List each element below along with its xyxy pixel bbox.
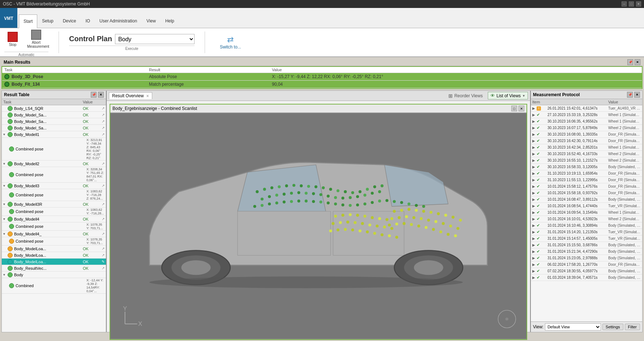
tab-setup[interactable]: Setup — [37, 14, 58, 28]
result-table-pin[interactable]: 📌 — [91, 92, 97, 98]
close-panel-button[interactable]: ✕ — [635, 59, 640, 65]
result-overview-tab[interactable]: Result Overview ✕ — [109, 92, 152, 99]
tree-row-ls4[interactable]: Body_LS4_SQR OK ↗ — [2, 105, 106, 112]
scanlist-controls[interactable]: □ ✕ — [511, 106, 524, 111]
proto-row-17[interactable]: ▶ ✔ 10.01.2024 16:10:01, 4,53923s Wheel … — [531, 216, 642, 222]
tree-row-model-sa1[interactable]: Body_Model_Sa... OK ↗ — [2, 112, 106, 118]
expand-modell4[interactable]: ▾ — [3, 217, 8, 221]
expand-modell1[interactable]: ▾ — [3, 132, 8, 136]
tree-row-body-child[interactable]: Combined X: -12,44 Y: -9,39 Z: 14,54RY: … — [2, 278, 106, 294]
tree-row-modelloa2[interactable]: Body_ModelLoa... OK ↗ — [2, 252, 106, 259]
proto-row-10[interactable]: ▶ ✔ 31.10.2023 10:19:13, 1,65954s Door_F… — [531, 170, 642, 177]
close-button[interactable]: ✕ — [636, 1, 641, 7]
tab-view[interactable]: View — [142, 14, 161, 28]
tree-row-modelloa3[interactable]: Body_ModelLoa... OK ✎ — [2, 259, 106, 265]
restore-button[interactable]: □ — [629, 1, 634, 7]
proto-row-13[interactable]: ▶ ✔ 10.01.2024 15:58:18, 0,93792s Door_F… — [531, 190, 642, 196]
protocol-content[interactable]: ▶ ! 26.01.2021 15:42:01, 4,61347s Tuer_A… — [531, 105, 642, 321]
proto-row-26[interactable]: ▶ ✔ 01.03.2024 18:39:04, 7,40571s Body {… — [531, 274, 642, 281]
tab-user-admin[interactable]: User Administration — [95, 14, 142, 28]
proto-icons-16: ✔ — [537, 210, 547, 215]
tree-row-modell2[interactable]: ▾ Body_Modell2 OK ↗ — [2, 161, 106, 167]
tree-row-modell4-child[interactable]: Combined pose X: 1078,35 Y: 703,71... — [2, 222, 106, 231]
tree-row-body[interactable]: ▾ Body — [2, 272, 106, 278]
result-overview-tab-close[interactable]: ✕ — [146, 94, 149, 98]
abort-button[interactable]: Abort Measurement — [24, 28, 48, 50]
proto-value-9: Body {Simulated, Man... — [608, 165, 641, 169]
scanlist-restore-button[interactable]: □ — [511, 106, 517, 111]
tab-io[interactable]: IO — [81, 14, 95, 28]
stop-button[interactable]: Stop — [4, 30, 21, 48]
tab-start[interactable]: Start — [19, 14, 37, 28]
tree-row-resultvec[interactable]: Body_ResultVec... OK ↗ — [2, 265, 106, 272]
proto-row-7[interactable]: ▶ ✔ 30.10.2023 16:52:40, 4,16733s Wheel … — [531, 151, 642, 157]
proto-row-2[interactable]: ▶ ✔ 30.10.2023 16:06:35, 4,95562s Wheel … — [531, 118, 642, 125]
list-of-views-button[interactable]: 👁 List of Views ▼ — [488, 92, 528, 99]
proto-row-0[interactable]: ▶ ! 26.01.2021 15:42:01, 4,61347s Tuer_A… — [531, 105, 642, 112]
expand-modell3r[interactable]: ▾ — [3, 202, 8, 206]
expand-modell3[interactable]: ▾ — [3, 184, 8, 188]
tree-row-modelloa1[interactable]: Body_ModelLoa... OK ↗ — [2, 246, 106, 252]
settings-button[interactable]: Settings — [602, 324, 623, 330]
proto-row-12[interactable]: ▶ ✔ 10.01.2024 15:58:12, 1,47576s Door_F… — [531, 183, 642, 190]
proto-row-3[interactable]: ▶ ✔ 30.10.2023 16:07:17, 5,87849s Wheel … — [531, 125, 642, 131]
switch-button[interactable]: ⇄ Switch to... — [215, 33, 246, 51]
tree-row-modell1[interactable]: ▾ Body_Modell1 OK ↗ — [2, 131, 106, 138]
expand-modell2[interactable]: ▾ — [3, 162, 8, 166]
result-table-content[interactable]: Body_LS4_SQR OK ↗ Body_Model_Sa... OK ↗ … — [2, 105, 106, 332]
proto-row-21[interactable]: ▶ ✔ 31.01.2024 15:15:50, 3,68786s Body {… — [531, 242, 642, 248]
tree-row-modell1-child[interactable]: Combined pose X: 3213,91 Y: -748,34 Z: 8… — [2, 138, 106, 161]
tab-help[interactable]: Help — [161, 14, 179, 28]
tree-row-modell3-child[interactable]: Combined pose X: 1083,62 Y: -716,28 Z: 8… — [2, 189, 106, 201]
proto-row-22[interactable]: ▶ ✔ 31.01.2024 15:21:34, 4,47290s Body {… — [531, 248, 642, 255]
tree-row-model-sa3[interactable]: Body_Model_Sa... OK ↗ — [2, 125, 106, 131]
value-col-header-right: Value — [608, 100, 641, 104]
tab-device[interactable]: Device — [58, 14, 81, 28]
tree-row-modell4u[interactable]: ▾ Body_Modell4_ OK ↗ — [2, 231, 106, 237]
ribbon: Stop Abort Measurement Automatic Control… — [0, 28, 644, 57]
results-value-1: 90,04 — [272, 82, 640, 87]
tree-row-modell2-child[interactable]: Combined pose X: 3208,34 Y: 751,65 Z: 84… — [2, 167, 106, 183]
proto-row-8[interactable]: ▶ ✔ 30.10.2023 16:55:10, 1,21527s Wheel … — [531, 157, 642, 164]
reorder-views-button[interactable]: ⊞ Reorder Views — [446, 92, 485, 99]
proto-row-23[interactable]: ▶ ✔ 31.01.2024 15:23:05, 2,97888s Body {… — [531, 255, 642, 261]
filter-button[interactable]: Filter — [625, 324, 640, 330]
proto-row-5[interactable]: ▶ ✔ 30.10.2023 16:42:30, 0,79114s Door_F… — [531, 138, 642, 144]
proto-row-9[interactable]: ▶ ✔ 30.10.2023 16:58:33, 3,12005s Body {… — [531, 164, 642, 170]
tree-row-modell4[interactable]: ▾ Body_Modell4 OK ↗ — [2, 216, 106, 222]
tree-row-modell3[interactable]: ▾ Body_Modell3 OK ↗ — [2, 183, 106, 189]
main-results-controls[interactable]: 📌 ✕ — [627, 59, 640, 65]
proto-row-15[interactable]: ▶ ✔ 10.01.2024 16:08:54, 1,47440s Tuer_V… — [531, 203, 642, 209]
proto-row-16[interactable]: ▶ ✔ 10.01.2024 16:09:54, 3,15494s Wheel … — [531, 209, 642, 216]
proto-row-4[interactable]: ▶ ✔ 30.10.2023 16:08:00, 1,39335s Door_F… — [531, 131, 642, 138]
view-select[interactable]: Default View — [545, 323, 601, 331]
measurement-protocol-close[interactable]: ✕ — [634, 92, 640, 98]
result-table-controls[interactable]: 📌 ✕ — [91, 92, 104, 98]
scanlist-close-button[interactable]: ✕ — [519, 106, 524, 111]
proto-row-11[interactable]: ▶ ✔ 31.10.2023 11:55:13, 1,22995s Door_F… — [531, 177, 642, 183]
proto-row-18[interactable]: ▶ ✔ 10.01.2024 16:10:46, 3,30894s Body {… — [531, 222, 642, 229]
proto-row-25[interactable]: ▶ ✔ 07.02.2024 18:30:55, 4,05977s Body {… — [531, 268, 642, 274]
pin-button[interactable]: 📌 — [627, 59, 633, 65]
measurement-protocol-pin[interactable]: 📌 — [627, 92, 633, 98]
tree-row-modell4u-child[interactable]: Combined pose X: 1078,35 Y: 703,71... — [2, 237, 106, 246]
result-table-close[interactable]: ✕ — [98, 92, 104, 98]
control-plan-dropdown[interactable]: Body — [115, 34, 195, 44]
tree-row-model-sa2[interactable]: Body_Model_Sa... OK ↗ — [2, 118, 106, 125]
proto-row-1[interactable]: ▶ ✔ 27.10.2023 15:33:19, 3,25328s Wheel … — [531, 112, 642, 118]
proto-row-6[interactable]: ▶ ✔ 30.10.2023 16:42:34, 2,85201s Wheel … — [531, 144, 642, 151]
results-row-0[interactable]: Body_3D_Pose Absolute Pose X: -15,27 Y: … — [2, 73, 642, 81]
expand-modell4u[interactable]: ▾ — [3, 232, 8, 236]
right-panel: Measurement Protocol 📌 ✕ Item Value ▶ ! … — [530, 91, 642, 332]
measurement-protocol-controls[interactable]: 📌 ✕ — [627, 92, 640, 98]
results-row-1[interactable]: Body_Fit_134 Match percentage 90,04 — [2, 81, 642, 88]
tree-row-modell3r[interactable]: ▾ Body_Modell3R OK ↗ — [2, 201, 106, 208]
proto-row-20[interactable]: ▶ ✔ 31.01.2024 15:14:57, 1,45005s Tuer_V… — [531, 235, 642, 242]
proto-row-24[interactable]: ▶ ✔ 06.02.2024 17:58:20, 1,26770s Door_F… — [531, 261, 642, 268]
proto-row-19[interactable]: ▶ ✔ 31.01.2024 15:14:20, 1,21350s Tuer_V… — [531, 229, 642, 235]
tree-row-modell3r-child[interactable]: Combined pose X: 1083,62 Y: -716,28... — [2, 208, 106, 216]
minimize-button[interactable]: ─ — [622, 1, 627, 7]
proto-row-14[interactable]: ▶ ✔ 10.01.2024 16:08:47, 3,89112s Body {… — [531, 196, 642, 203]
window-controls[interactable]: ─ □ ✕ — [622, 1, 641, 7]
expand-body[interactable]: ▾ — [3, 273, 8, 277]
